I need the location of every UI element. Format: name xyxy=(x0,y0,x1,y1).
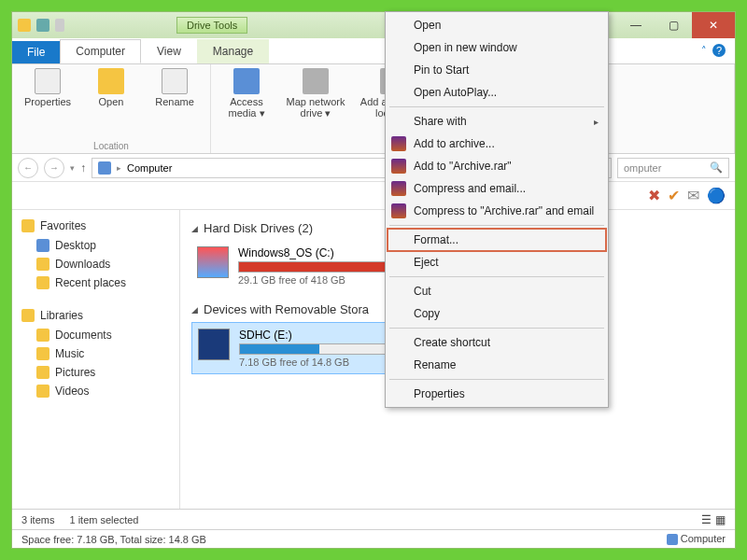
qat-dropdown-icon[interactable] xyxy=(55,19,64,32)
details-pane: Space free: 7.18 GB, Total size: 14.8 GB… xyxy=(12,529,735,548)
drive-icon xyxy=(197,246,229,278)
sidebar-item-desktop[interactable]: Desktop xyxy=(12,236,179,255)
menu-item[interactable]: Open AutoPlay... xyxy=(388,81,606,104)
menu-item[interactable]: Create shortcut xyxy=(388,331,606,354)
help-icon[interactable]: ? xyxy=(712,44,726,57)
sidebar-item-downloads[interactable]: Downloads xyxy=(12,255,179,273)
tool-icon[interactable]: ✉ xyxy=(687,187,699,204)
menu-item[interactable]: Eject xyxy=(388,251,606,273)
menu-item-label: Open xyxy=(414,19,441,32)
menu-item[interactable]: Compress to "Archive.rar" and email xyxy=(388,200,606,222)
label: Map network drive ▾ xyxy=(282,96,349,119)
label: Desktop xyxy=(55,239,96,252)
maximize-button[interactable]: ▢ xyxy=(655,12,692,38)
menu-separator xyxy=(389,106,604,107)
properties-button[interactable]: Properties xyxy=(20,68,76,107)
menu-item-label: Create shortcut xyxy=(414,336,490,349)
collapse-icon: ◢ xyxy=(191,224,198,233)
open-button[interactable]: Open xyxy=(83,68,139,107)
minimize-button[interactable]: — xyxy=(617,12,655,38)
libraries-header[interactable]: Libraries xyxy=(12,305,179,326)
tab-manage[interactable]: Manage xyxy=(197,39,269,63)
menu-item-label: Compress and email... xyxy=(414,182,526,195)
tool-icon[interactable]: ✖ xyxy=(648,187,660,204)
view-switcher: ☰ ▦ xyxy=(701,513,726,526)
ribbon-group-location: Properties Open Rename Location xyxy=(12,64,211,153)
label: Rename xyxy=(155,96,194,107)
tool-icon[interactable]: 🔵 xyxy=(707,187,726,204)
sidebar-item-documents[interactable]: Documents xyxy=(12,326,179,344)
menu-item-label: Properties xyxy=(414,387,465,400)
collapse-icon: ◢ xyxy=(191,305,198,315)
back-button[interactable]: ← xyxy=(18,158,38,178)
favorites-header[interactable]: Favorites xyxy=(12,216,179,236)
menu-item-label: Format... xyxy=(414,233,458,246)
menu-item[interactable]: Rename xyxy=(388,354,606,376)
computer-icon xyxy=(98,161,111,175)
usage-bar xyxy=(239,343,407,355)
label: Downloads xyxy=(55,258,110,271)
rename-button[interactable]: Rename xyxy=(147,68,203,107)
collapse-ribbon-icon[interactable]: ˄ xyxy=(701,45,707,57)
menu-item-label: Eject xyxy=(414,256,439,269)
forward-button[interactable]: → xyxy=(44,158,64,178)
winrar-icon xyxy=(391,203,406,218)
footer-left: Space free: 7.18 GB, Total size: 14.8 GB xyxy=(21,534,206,545)
menu-item[interactable]: Share with xyxy=(388,110,606,133)
menu-item[interactable]: Add to "Archive.rar" xyxy=(388,155,606,177)
menu-item[interactable]: Properties xyxy=(388,383,606,405)
menu-item[interactable]: Open in new window xyxy=(388,36,606,59)
tab-view[interactable]: View xyxy=(141,39,197,63)
sidebar-item-recent[interactable]: Recent places xyxy=(12,273,179,292)
up-button[interactable]: ↑ xyxy=(80,161,86,175)
menu-separator xyxy=(389,276,604,277)
label: Favorites xyxy=(40,219,86,232)
folder-icon[interactable] xyxy=(18,19,31,32)
tool-icon[interactable]: ✔ xyxy=(668,187,680,204)
menu-item[interactable]: Compress and email... xyxy=(388,177,606,200)
qat-icon[interactable] xyxy=(36,19,49,32)
tab-computer[interactable]: Computer xyxy=(60,39,141,63)
label: Recent places xyxy=(55,276,126,289)
sdhc-icon xyxy=(198,329,230,360)
sidebar-item-pictures[interactable]: Pictures xyxy=(12,363,179,382)
ribbon: Properties Open Rename Location Access m… xyxy=(12,64,735,154)
menu-item-label: Add to archive... xyxy=(414,137,495,150)
history-dropdown-icon[interactable]: ▾ xyxy=(70,163,75,173)
selected-count: 1 item selected xyxy=(69,514,138,525)
menu-item[interactable]: Copy xyxy=(388,302,606,325)
sidebar-item-music[interactable]: Music xyxy=(12,344,179,363)
search-placeholder: omputer xyxy=(624,162,661,174)
menu-item[interactable]: Cut xyxy=(388,280,606,302)
menu-item[interactable]: Add to archive... xyxy=(388,133,606,155)
map-drive-button[interactable]: Map network drive ▾ xyxy=(282,68,349,119)
ribbon-tabs: File Computer View Manage ˄ ? xyxy=(12,38,735,64)
menu-item[interactable]: Pin to Start xyxy=(388,59,606,81)
menu-item-label: Pin to Start xyxy=(414,63,469,77)
menu-item-label: Open in new window xyxy=(414,41,517,54)
menu-separator xyxy=(389,328,604,329)
file-tab[interactable]: File xyxy=(12,41,60,63)
close-button[interactable]: ✕ xyxy=(692,12,735,38)
label: Devices with Removable Stora xyxy=(204,302,369,316)
access-media-button[interactable]: Access media ▾ xyxy=(218,68,275,119)
address-text: Computer xyxy=(127,162,172,174)
menu-item[interactable]: Open xyxy=(388,14,606,36)
search-icon: 🔍 xyxy=(710,161,723,174)
menu-item-label: Copy xyxy=(414,307,440,320)
titlebar: Drive Tools — ▢ ✕ xyxy=(12,12,735,38)
menu-item-label: Open AutoPlay... xyxy=(414,86,497,99)
sidebar-item-videos[interactable]: Videos xyxy=(12,382,179,400)
menu-item[interactable]: Format... xyxy=(388,229,606,251)
menu-item-label: Share with xyxy=(414,115,467,128)
address-bar-row: ← → ▾ ↑ ▸ Computer omputer 🔍 xyxy=(12,154,735,182)
help-area: ˄ ? xyxy=(701,44,726,57)
status-bar: 3 items 1 item selected ☰ ▦ xyxy=(12,509,735,529)
menu-item-label: Rename xyxy=(414,358,456,371)
details-view-icon[interactable]: ☰ xyxy=(701,513,712,526)
winrar-icon xyxy=(391,159,406,174)
nav-pane: Favorites Desktop Downloads Recent place… xyxy=(12,210,180,509)
tiles-view-icon[interactable]: ▦ xyxy=(715,513,726,526)
usage-bar xyxy=(238,261,406,273)
search-box[interactable]: omputer 🔍 xyxy=(617,158,729,178)
